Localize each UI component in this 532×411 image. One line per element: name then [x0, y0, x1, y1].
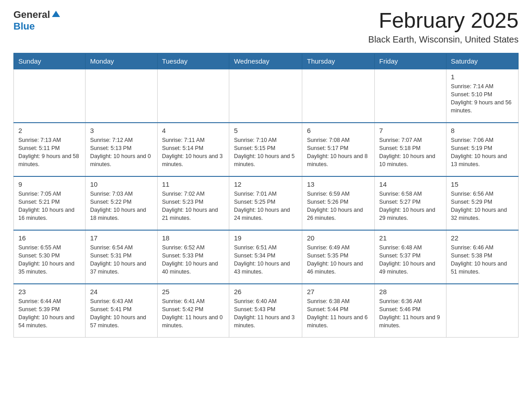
day-info: Sunrise: 7:05 AMSunset: 5:21 PMDaylight:… [18, 190, 81, 223]
calendar-day-cell: 28Sunrise: 6:36 AMSunset: 5:46 PMDayligh… [374, 284, 446, 338]
day-info: Sunrise: 6:58 AMSunset: 5:27 PMDaylight:… [379, 190, 442, 223]
calendar-day-cell: 11Sunrise: 7:02 AMSunset: 5:23 PMDayligh… [157, 176, 229, 230]
calendar-day-cell: 9Sunrise: 7:05 AMSunset: 5:21 PMDaylight… [14, 176, 86, 230]
day-info: Sunrise: 7:14 AMSunset: 5:10 PMDaylight:… [451, 82, 514, 115]
day-number: 24 [90, 288, 152, 295]
day-info: Sunrise: 6:44 AMSunset: 5:39 PMDaylight:… [18, 297, 81, 330]
calendar-day-cell: 19Sunrise: 6:51 AMSunset: 5:34 PMDayligh… [229, 230, 302, 284]
day-info: Sunrise: 6:40 AMSunset: 5:43 PMDaylight:… [234, 297, 297, 330]
day-number: 27 [307, 288, 369, 295]
day-info: Sunrise: 6:46 AMSunset: 5:38 PMDaylight:… [451, 244, 514, 276]
logo-icon [51, 9, 61, 19]
day-number: 4 [162, 127, 225, 134]
calendar-empty-cell [446, 284, 518, 338]
calendar-empty-cell [229, 69, 302, 123]
calendar-week-row: 16Sunrise: 6:55 AMSunset: 5:30 PMDayligh… [14, 230, 519, 284]
calendar-empty-cell [14, 69, 86, 123]
day-number: 10 [90, 180, 152, 188]
day-number: 28 [379, 288, 442, 295]
day-number: 20 [307, 234, 369, 242]
day-number: 22 [451, 234, 514, 242]
calendar-day-cell: 5Sunrise: 7:10 AMSunset: 5:15 PMDaylight… [229, 123, 302, 176]
day-info: Sunrise: 7:10 AMSunset: 5:15 PMDaylight:… [234, 136, 297, 169]
month-title: February 2025 [368, 9, 519, 33]
logo-blue: Blue [13, 21, 35, 32]
day-number: 3 [90, 127, 152, 134]
calendar-day-cell: 25Sunrise: 6:41 AMSunset: 5:42 PMDayligh… [157, 284, 229, 338]
calendar-day-cell: 14Sunrise: 6:58 AMSunset: 5:27 PMDayligh… [374, 176, 446, 230]
weekday-header-tuesday: Tuesday [157, 53, 229, 69]
day-number: 12 [234, 180, 297, 188]
day-info: Sunrise: 7:12 AMSunset: 5:13 PMDaylight:… [90, 136, 152, 169]
day-info: Sunrise: 6:52 AMSunset: 5:33 PMDaylight:… [162, 244, 225, 276]
weekday-header-friday: Friday [374, 53, 446, 69]
day-number: 14 [379, 180, 442, 188]
calendar-day-cell: 2Sunrise: 7:13 AMSunset: 5:11 PMDaylight… [14, 123, 86, 176]
logo: General Blue [13, 9, 61, 32]
day-number: 17 [90, 234, 152, 242]
calendar-table: SundayMondayTuesdayWednesdayThursdayFrid… [13, 53, 519, 338]
day-info: Sunrise: 6:56 AMSunset: 5:29 PMDaylight:… [451, 190, 514, 223]
location-subtitle: Black Earth, Wisconsin, United States [368, 34, 519, 45]
calendar-week-row: 1Sunrise: 7:14 AMSunset: 5:10 PMDaylight… [14, 69, 519, 123]
day-number: 19 [234, 234, 297, 242]
day-number: 26 [234, 288, 297, 295]
day-number: 7 [379, 127, 442, 134]
calendar-day-cell: 24Sunrise: 6:43 AMSunset: 5:41 PMDayligh… [86, 284, 157, 338]
day-number: 9 [18, 180, 81, 188]
day-number: 5 [234, 127, 297, 134]
page-header: General Blue February 2025 Black Earth, … [13, 9, 519, 45]
calendar-day-cell: 22Sunrise: 6:46 AMSunset: 5:38 PMDayligh… [446, 230, 518, 284]
weekday-header-thursday: Thursday [302, 53, 374, 69]
day-number: 11 [162, 180, 225, 188]
day-info: Sunrise: 6:48 AMSunset: 5:37 PMDaylight:… [379, 244, 442, 276]
calendar-day-cell: 15Sunrise: 6:56 AMSunset: 5:29 PMDayligh… [446, 176, 518, 230]
calendar-week-row: 23Sunrise: 6:44 AMSunset: 5:39 PMDayligh… [14, 284, 519, 338]
calendar-day-cell: 16Sunrise: 6:55 AMSunset: 5:30 PMDayligh… [14, 230, 86, 284]
calendar-day-cell: 20Sunrise: 6:49 AMSunset: 5:35 PMDayligh… [302, 230, 374, 284]
calendar-day-cell: 23Sunrise: 6:44 AMSunset: 5:39 PMDayligh… [14, 284, 86, 338]
title-block: February 2025 Black Earth, Wisconsin, Un… [368, 9, 519, 45]
calendar-empty-cell [157, 69, 229, 123]
calendar-week-row: 9Sunrise: 7:05 AMSunset: 5:21 PMDaylight… [14, 176, 519, 230]
calendar-empty-cell [302, 69, 374, 123]
day-number: 8 [451, 127, 514, 134]
day-info: Sunrise: 6:54 AMSunset: 5:31 PMDaylight:… [90, 244, 152, 276]
weekday-header-saturday: Saturday [446, 53, 518, 69]
calendar-day-cell: 7Sunrise: 7:07 AMSunset: 5:18 PMDaylight… [374, 123, 446, 176]
day-number: 13 [307, 180, 369, 188]
calendar-day-cell: 27Sunrise: 6:38 AMSunset: 5:44 PMDayligh… [302, 284, 374, 338]
day-info: Sunrise: 7:08 AMSunset: 5:17 PMDaylight:… [307, 136, 369, 169]
day-info: Sunrise: 6:36 AMSunset: 5:46 PMDaylight:… [379, 297, 442, 330]
day-info: Sunrise: 7:01 AMSunset: 5:25 PMDaylight:… [234, 190, 297, 223]
day-number: 15 [451, 180, 514, 188]
weekday-header-monday: Monday [86, 53, 157, 69]
calendar-day-cell: 4Sunrise: 7:11 AMSunset: 5:14 PMDaylight… [157, 123, 229, 176]
day-number: 23 [18, 288, 81, 295]
day-number: 1 [451, 73, 514, 81]
calendar-day-cell: 12Sunrise: 7:01 AMSunset: 5:25 PMDayligh… [229, 176, 302, 230]
day-info: Sunrise: 7:11 AMSunset: 5:14 PMDaylight:… [162, 136, 225, 169]
calendar-day-cell: 21Sunrise: 6:48 AMSunset: 5:37 PMDayligh… [374, 230, 446, 284]
day-number: 16 [18, 234, 81, 242]
calendar-empty-cell [86, 69, 157, 123]
calendar-day-cell: 17Sunrise: 6:54 AMSunset: 5:31 PMDayligh… [86, 230, 157, 284]
day-info: Sunrise: 6:41 AMSunset: 5:42 PMDaylight:… [162, 297, 225, 330]
day-info: Sunrise: 6:59 AMSunset: 5:26 PMDaylight:… [307, 190, 369, 223]
day-info: Sunrise: 6:38 AMSunset: 5:44 PMDaylight:… [307, 297, 369, 330]
calendar-day-cell: 13Sunrise: 6:59 AMSunset: 5:26 PMDayligh… [302, 176, 374, 230]
day-info: Sunrise: 7:03 AMSunset: 5:22 PMDaylight:… [90, 190, 152, 223]
day-info: Sunrise: 6:51 AMSunset: 5:34 PMDaylight:… [234, 244, 297, 276]
day-info: Sunrise: 7:02 AMSunset: 5:23 PMDaylight:… [162, 190, 225, 223]
day-info: Sunrise: 6:49 AMSunset: 5:35 PMDaylight:… [307, 244, 369, 276]
day-number: 25 [162, 288, 225, 295]
calendar-day-cell: 8Sunrise: 7:06 AMSunset: 5:19 PMDaylight… [446, 123, 518, 176]
day-number: 21 [379, 234, 442, 242]
weekday-header-wednesday: Wednesday [229, 53, 302, 69]
day-number: 18 [162, 234, 225, 242]
calendar-day-cell: 10Sunrise: 7:03 AMSunset: 5:22 PMDayligh… [86, 176, 157, 230]
calendar-week-row: 2Sunrise: 7:13 AMSunset: 5:11 PMDaylight… [14, 123, 519, 176]
calendar-day-cell: 26Sunrise: 6:40 AMSunset: 5:43 PMDayligh… [229, 284, 302, 338]
calendar-header-row: SundayMondayTuesdayWednesdayThursdayFrid… [14, 53, 519, 69]
calendar-day-cell: 1Sunrise: 7:14 AMSunset: 5:10 PMDaylight… [446, 69, 518, 123]
